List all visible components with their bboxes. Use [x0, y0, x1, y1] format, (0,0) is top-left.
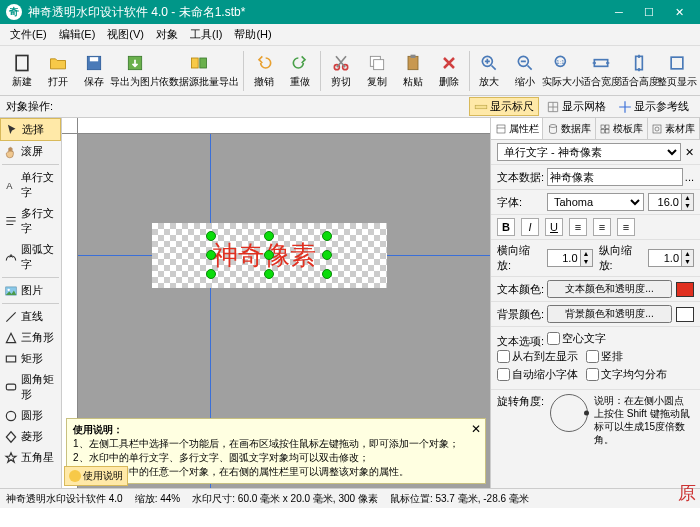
option-自动缩小字体[interactable]: 自动缩小字体: [497, 367, 578, 382]
canvas-area[interactable]: 神奇像素 ✕ 使用说明： 1、左侧工具栏中选择一个功能后，在画布区域按住鼠标左键…: [62, 118, 490, 488]
zoomout-button[interactable]: 缩小: [507, 51, 543, 91]
align-center-button[interactable]: ≡: [593, 218, 611, 236]
tool-tri[interactable]: 三角形: [0, 327, 61, 348]
delete-object-icon[interactable]: ✕: [685, 146, 694, 159]
tool-text1[interactable]: A单行文字: [0, 167, 61, 203]
export-button[interactable]: 导出为图片: [112, 51, 157, 91]
text-color-swatch[interactable]: [676, 282, 694, 297]
menu-item[interactable]: 视图(V): [101, 27, 150, 42]
zoomout-icon: [515, 53, 535, 73]
bg-color-button[interactable]: 背景颜色和透明度...: [547, 305, 672, 323]
svg-point-28: [549, 124, 556, 127]
app-logo-icon: 奇: [6, 4, 22, 20]
text-data-input[interactable]: [547, 168, 683, 186]
font-size-spinner[interactable]: ▲▼: [682, 193, 694, 211]
tool-diamond[interactable]: 菱形: [0, 426, 61, 447]
bold-button[interactable]: B: [497, 218, 515, 236]
zoom100-button[interactable]: 1:1实际大小: [543, 51, 581, 91]
tool-image[interactable]: 图片: [0, 280, 61, 301]
handle-nw[interactable]: [206, 231, 216, 241]
ruler-horizontal: [78, 118, 490, 134]
redo-button[interactable]: 重做: [282, 51, 318, 91]
text-data-more-icon[interactable]: ...: [685, 171, 694, 183]
tool-cursor[interactable]: 选择: [0, 118, 61, 141]
handle-ne[interactable]: [322, 231, 332, 241]
tool-textarc[interactable]: A圆弧文字: [0, 239, 61, 275]
tool-circle[interactable]: 圆形: [0, 405, 61, 426]
hscale-spinner[interactable]: ▲▼: [581, 249, 593, 267]
tool-rect[interactable]: 矩形: [0, 348, 61, 369]
option-从右到左显示[interactable]: 从右到左显示: [497, 349, 578, 364]
batch-icon: [189, 53, 209, 73]
bg-color-swatch[interactable]: [676, 307, 694, 322]
textm-icon: [4, 214, 18, 228]
cut-button[interactable]: 剪切: [323, 51, 359, 91]
minimize-button[interactable]: ─: [604, 0, 634, 24]
text-color-button[interactable]: 文本颜色和透明度...: [547, 280, 672, 298]
handle-s[interactable]: [264, 269, 274, 279]
copy-button[interactable]: 复制: [359, 51, 395, 91]
handle-c[interactable]: [264, 250, 274, 260]
option-文字均匀分布[interactable]: 文字均匀分布: [586, 367, 667, 382]
tool-star[interactable]: 五角星: [0, 447, 61, 468]
menu-item[interactable]: 文件(E): [4, 27, 53, 42]
rotation-dial[interactable]: [550, 394, 588, 432]
font-size-input[interactable]: [648, 193, 682, 211]
close-button[interactable]: ✕: [664, 0, 694, 24]
tab-prop[interactable]: 属性栏: [491, 118, 543, 139]
fitp-button[interactable]: 整页显示: [658, 51, 696, 91]
align-right-button[interactable]: ≡: [617, 218, 635, 236]
hscale-input[interactable]: [547, 249, 581, 267]
fitw-button[interactable]: 适合宽度: [582, 51, 620, 91]
db-icon: [547, 123, 559, 135]
menu-item[interactable]: 工具(I): [184, 27, 228, 42]
option-空心文字[interactable]: 空心文字: [547, 331, 606, 346]
titlebar: 奇 神奇透明水印设计软件 4.0 - 未命名1.stb* ─ ☐ ✕: [0, 0, 700, 24]
align-left-button[interactable]: ≡: [569, 218, 587, 236]
handle-e[interactable]: [322, 250, 332, 260]
guide-toggle[interactable]: 显示参考线: [613, 97, 694, 116]
svg-rect-2: [90, 57, 98, 61]
prop-icon: [495, 123, 507, 135]
undo-button[interactable]: 撤销: [246, 51, 282, 91]
option-竖排[interactable]: 竖排: [586, 349, 623, 364]
open-button[interactable]: 打开: [40, 51, 76, 91]
watermark-corner-text: 原: [678, 481, 696, 505]
statusbar: 神奇透明水印设计软件 4.0 缩放: 44% 水印尺寸: 60.0 毫米 x 2…: [0, 488, 700, 508]
batch-button[interactable]: 依数据源批量导出: [157, 51, 241, 91]
help-toggle-button[interactable]: 使用说明: [64, 466, 128, 486]
menu-item[interactable]: 帮助(H): [228, 27, 277, 42]
tool-textm[interactable]: 多行文字: [0, 203, 61, 239]
new-button[interactable]: 新建: [4, 51, 40, 91]
ruler-toggle[interactable]: 显示标尺: [469, 97, 539, 116]
paste-button[interactable]: 粘贴: [395, 51, 431, 91]
delete-button[interactable]: 删除: [431, 51, 467, 91]
underline-button[interactable]: U: [545, 218, 563, 236]
save-button[interactable]: 保存: [76, 51, 112, 91]
maximize-button[interactable]: ☐: [634, 0, 664, 24]
help-close-icon[interactable]: ✕: [471, 421, 481, 438]
tab-tpl[interactable]: 模板库: [596, 118, 648, 139]
font-select[interactable]: Tahoma: [547, 193, 644, 211]
menu-item[interactable]: 编辑(E): [53, 27, 102, 42]
handle-w[interactable]: [206, 250, 216, 260]
handle-sw[interactable]: [206, 269, 216, 279]
tab-db[interactable]: 数据库: [543, 118, 595, 139]
italic-button[interactable]: I: [521, 218, 539, 236]
object-selector[interactable]: 单行文字 - 神奇像素: [497, 143, 681, 161]
tab-mat[interactable]: 素材库: [648, 118, 700, 139]
zoomin-button[interactable]: 放大: [471, 51, 507, 91]
menu-item[interactable]: 对象: [150, 27, 184, 42]
grid-toggle[interactable]: 显示网格: [541, 97, 611, 116]
handle-n[interactable]: [264, 231, 274, 241]
handle-se[interactable]: [322, 269, 332, 279]
guide-icon: [618, 100, 632, 114]
tool-line[interactable]: 直线: [0, 306, 61, 327]
vscale-spinner[interactable]: ▲▼: [682, 249, 694, 267]
tool-hand[interactable]: 滚屏: [0, 141, 61, 162]
toolbar-separator: [243, 51, 244, 91]
undo-icon: [254, 53, 274, 73]
tool-rrect[interactable]: 圆角矩形: [0, 369, 61, 405]
vscale-input[interactable]: [648, 249, 682, 267]
fith-button[interactable]: 适合高度: [620, 51, 658, 91]
